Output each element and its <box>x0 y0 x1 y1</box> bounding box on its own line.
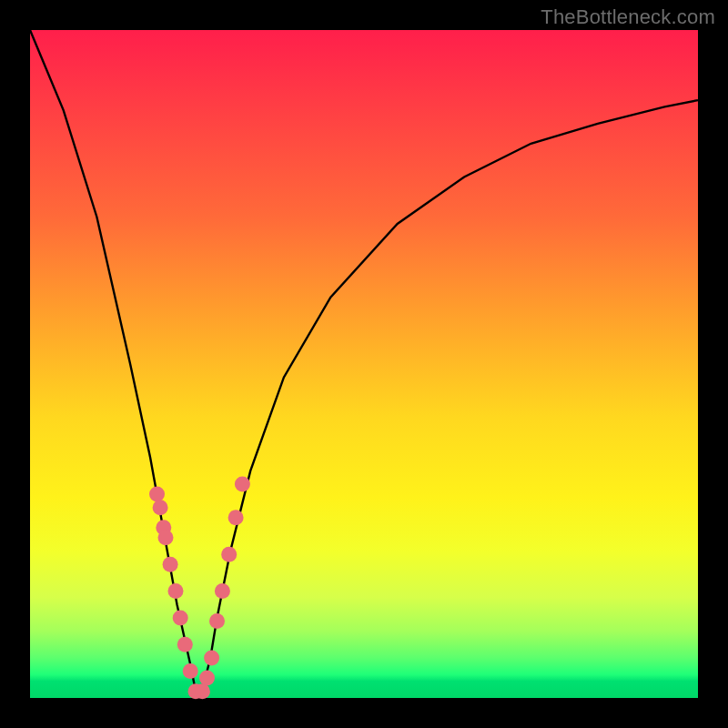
data-point-marker <box>149 487 165 502</box>
data-point-marker <box>177 637 193 652</box>
data-point-marker <box>163 557 178 572</box>
chart-svg <box>30 30 698 698</box>
data-point-marker <box>209 613 225 629</box>
data-point-marker <box>173 610 188 625</box>
data-point-marker <box>235 477 250 492</box>
data-point-marker <box>168 583 184 599</box>
data-point-marker <box>158 530 174 545</box>
data-point-marker <box>228 510 244 525</box>
chart-plot-area <box>30 30 698 698</box>
bottleneck-curve <box>30 30 698 698</box>
chart-frame: TheBottleneck.com <box>0 0 728 728</box>
data-point-marker <box>215 583 230 599</box>
data-point-marker <box>153 500 168 515</box>
data-point-marker <box>195 683 210 699</box>
data-point-marker <box>183 663 198 679</box>
marker-group <box>149 477 250 700</box>
data-point-marker <box>221 547 237 562</box>
data-point-marker <box>199 671 215 686</box>
data-point-marker <box>204 651 219 666</box>
watermark-text: TheBottleneck.com <box>541 5 715 29</box>
